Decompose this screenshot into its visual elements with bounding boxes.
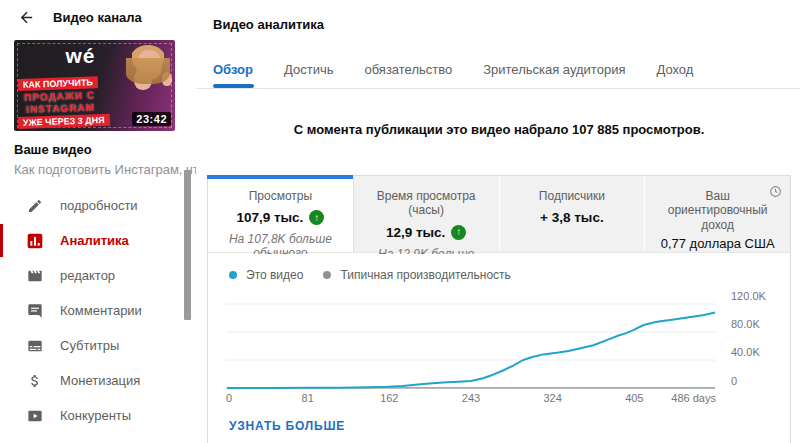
legend-item-typical-performance[interactable]: Типичная производительность <box>323 268 510 282</box>
video-thumbnail[interactable]: wé КАК ПОЛУЧИТЬ ПРОДАЖИ С INSTAGRAM УЖЕ … <box>14 40 175 131</box>
sidebar-scrollbar[interactable] <box>184 170 191 320</box>
analytics-icon <box>26 232 44 250</box>
x-tick: 81 <box>302 392 314 404</box>
thumbnail-brand-text: wé <box>14 44 147 68</box>
x-tick: 0 <box>226 392 232 404</box>
clock-icon <box>769 184 782 202</box>
comments-icon <box>26 302 44 320</box>
movie-editor-icon <box>26 267 44 285</box>
analytics-card: Просмотры 107,9 тыс. ↑ На 107,8K больше … <box>207 175 791 443</box>
chart-legend: Это видео Типичная производительность <box>208 254 790 296</box>
subtitles-icon <box>26 337 44 355</box>
this-video-dot-icon <box>229 271 237 279</box>
y-tick: 120.0K <box>731 290 766 302</box>
pencil-icon <box>26 197 44 215</box>
tab-audience[interactable]: Зрительская аудитория <box>483 62 625 77</box>
metric-title: Время просмотра (часы) <box>354 189 499 218</box>
x-tick: 324 <box>543 392 561 404</box>
tabs-divider <box>196 88 800 89</box>
thumbnail-text-line1: КАК ПОЛУЧИТЬ <box>18 76 98 91</box>
trend-up-icon: ↑ <box>309 210 324 225</box>
sidebar-item-label: Конкуренты <box>60 408 131 423</box>
legend-item-this-video[interactable]: Это видео <box>229 268 303 282</box>
play-box-icon <box>26 407 44 425</box>
sidebar: Видео канала wé КАК ПОЛУЧИТЬ ПРОДАЖИ С I… <box>0 0 196 443</box>
metric-value: 12,9 тыс. ↑ <box>354 225 499 240</box>
sidebar-item-subtitles[interactable]: Субтитры <box>0 328 196 363</box>
legend-label: Это видео <box>246 268 303 282</box>
metric-card-subscribers[interactable]: Подписчики + 3,8 тыс. <box>499 176 645 252</box>
sidebar-item-label: подробности <box>60 198 138 213</box>
x-tick: 162 <box>380 392 398 404</box>
metric-title: Ваш ориентировочный доход <box>652 189 784 232</box>
x-tick: 405 <box>625 392 643 404</box>
x-tick: 486 days <box>671 392 716 404</box>
tab-engagement[interactable]: обязательство <box>364 62 452 77</box>
thumbnail-text-line4: УЖЕ ЧЕРЕЗ 3 ДНЯ <box>18 114 110 129</box>
x-tick: 243 <box>462 392 480 404</box>
tab-revenue[interactable]: Доход <box>656 62 693 77</box>
page-title: Видео аналитика <box>213 17 324 32</box>
sidebar-item-label: Монетизация <box>60 373 140 388</box>
channel-videos-label: Видео канала <box>53 10 142 25</box>
tab-overview[interactable]: Обзор <box>213 62 253 77</box>
youtube-studio-analytics-page: Видео канала wé КАК ПОЛУЧИТЬ ПРОДАЖИ С I… <box>0 0 800 443</box>
metric-value: 0,77 доллара США <box>645 236 790 251</box>
sidebar-item-comments[interactable]: Комментарии <box>0 293 196 328</box>
back-arrow-icon[interactable] <box>18 9 35 26</box>
chart-x-axis: 0 81 162 243 324 405 486 days <box>226 392 716 406</box>
main-content: Видео аналитика Обзор Достичь обязательс… <box>196 0 800 443</box>
metric-card-views[interactable]: Просмотры 107,9 тыс. ↑ На 107,8K больше … <box>208 176 353 252</box>
learn-more-link[interactable]: УЗНАТЬ БОЛЬШЕ <box>229 419 345 433</box>
metric-value: 107,9 тыс. ↑ <box>208 210 353 225</box>
sidebar-item-label: Комментарии <box>60 303 142 318</box>
thumbnail-text-line3: INSTAGRAM <box>26 102 95 115</box>
sidebar-item-monetization[interactable]: Монетизация <box>0 363 196 398</box>
dollar-icon <box>26 372 44 390</box>
metric-card-watch-time[interactable]: Время просмотра (часы) 12,9 тыс. ↑ На 12… <box>353 176 499 252</box>
legend-label: Типичная производительность <box>340 268 510 282</box>
metric-value: + 3,8 тыс. <box>500 210 645 225</box>
trend-up-icon: ↑ <box>451 225 466 240</box>
sidebar-item-label: редактор <box>60 268 115 283</box>
metrics-row: Просмотры 107,9 тыс. ↑ На 107,8K больше … <box>208 176 790 253</box>
y-tick: 80.0K <box>731 318 760 330</box>
sidebar-item-competitors[interactable]: Конкуренты <box>0 398 196 433</box>
sidebar-menu: подробности Аналитика редактор Комментар… <box>0 188 196 433</box>
sidebar-item-editor[interactable]: редактор <box>0 258 196 293</box>
video-duration-badge: 23:42 <box>132 112 171 126</box>
sidebar-item-analytics[interactable]: Аналитика <box>0 223 196 258</box>
sidebar-item-details[interactable]: подробности <box>0 188 196 223</box>
analytics-tabs: Обзор Достичь обязательство Зрительская … <box>213 62 693 77</box>
video-title: Как подготовить Инстаграм, чт... <box>14 162 208 177</box>
your-video-label: Ваше видео <box>14 142 92 157</box>
views-summary-text: С момента публикации это видео набрало 1… <box>207 122 791 137</box>
typical-performance-dot-icon <box>323 271 331 279</box>
metric-title: Просмотры <box>208 189 353 203</box>
metric-card-revenue[interactable]: Ваш ориентировочный доход 0,77 доллара С… <box>644 176 790 252</box>
sidebar-item-label: Аналитика <box>60 233 129 248</box>
y-tick: 0 <box>731 375 737 387</box>
metric-title: Подписчики <box>500 189 645 203</box>
tab-reach[interactable]: Достичь <box>284 62 333 77</box>
y-tick: 40.0K <box>731 346 760 358</box>
sidebar-item-label: Субтитры <box>60 338 119 353</box>
views-line-chart <box>226 296 716 391</box>
